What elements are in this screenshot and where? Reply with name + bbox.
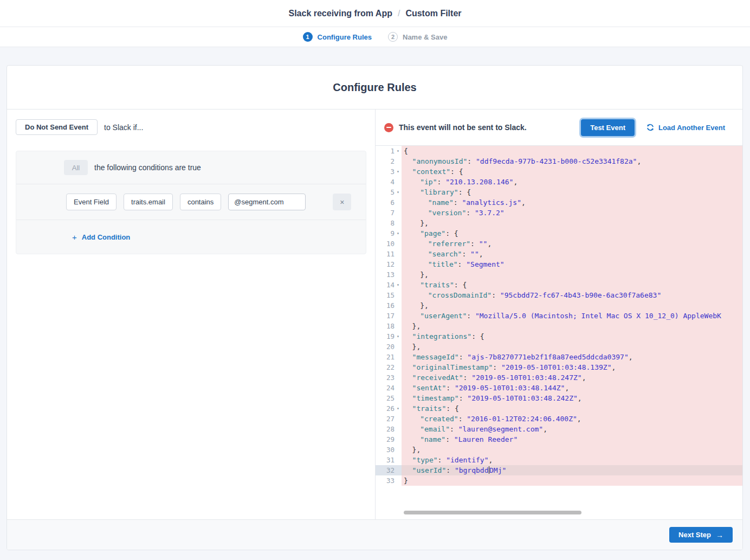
code-line[interactable]: 12"title": "Segment" xyxy=(376,259,742,269)
code-line[interactable]: 21"messageId": "ajs-7b8270771eb2f1f8a87e… xyxy=(376,352,742,362)
fold-arrow-icon[interactable]: ▾ xyxy=(395,403,402,414)
line-number: 23 xyxy=(376,372,402,383)
line-number: 8 xyxy=(376,218,402,228)
filter-action-row: Do Not Send Event to Slack if... xyxy=(16,119,366,135)
status-message: This event will not be sent to Slack. xyxy=(399,123,581,132)
refresh-icon xyxy=(646,124,654,131)
next-step-button[interactable]: Next Step → xyxy=(669,527,733,543)
line-number: 7 xyxy=(376,208,402,218)
add-condition-button[interactable]: + Add Condition xyxy=(72,233,130,241)
code-line[interactable]: 19▾"integrations": { xyxy=(376,331,742,342)
code-line[interactable]: 27"created": "2016-01-12T02:24:06.400Z", xyxy=(376,414,742,424)
line-number: 26▾ xyxy=(376,403,402,414)
code-line[interactable]: 31"type": "identify", xyxy=(376,455,742,465)
code-line[interactable]: 23"receivedAt": "2019-05-10T01:03:48.247… xyxy=(376,372,742,383)
line-number: 31 xyxy=(376,455,402,465)
line-number: 18 xyxy=(376,321,402,331)
match-mode-text: the following conditions are true xyxy=(94,163,201,172)
code-line[interactable]: 25"timestamp": "2019-05-10T01:03:48.242Z… xyxy=(376,393,742,403)
fold-arrow-icon[interactable]: ▾ xyxy=(395,228,402,239)
fold-arrow-icon[interactable]: ▾ xyxy=(395,331,402,342)
code-line[interactable]: 24"sentAt": "2019-05-10T01:03:48.144Z", xyxy=(376,383,742,393)
line-number: 33 xyxy=(376,475,402,486)
blocked-icon xyxy=(384,123,393,132)
preview-header: This event will not be sent to Slack. Te… xyxy=(376,110,742,146)
remove-condition-button[interactable]: × xyxy=(333,194,351,210)
line-number: 28 xyxy=(376,424,402,434)
fold-arrow-icon[interactable]: ▾ xyxy=(395,280,402,290)
fold-arrow-icon[interactable]: ▾ xyxy=(395,187,402,197)
fold-arrow-icon[interactable]: ▾ xyxy=(395,166,402,177)
close-icon: × xyxy=(340,198,344,207)
code-line[interactable]: 22"originalTimestamp": "2019-05-10T01:03… xyxy=(376,362,742,372)
code-line[interactable]: 33} xyxy=(376,475,742,486)
code-line[interactable]: 29"name": "Lauren Reeder" xyxy=(376,434,742,445)
code-line[interactable]: 13}, xyxy=(376,269,742,280)
code-line[interactable]: 32"userId": "bgrqbddDMj" xyxy=(376,465,742,475)
line-number: 19▾ xyxy=(376,331,402,342)
load-another-event-button[interactable]: Load Another Event xyxy=(646,124,725,132)
field-type-dropdown[interactable]: Event Field xyxy=(66,194,117,210)
code-line[interactable]: 8}, xyxy=(376,218,742,228)
step-configure-rules[interactable]: 1 Configure Rules xyxy=(303,32,372,42)
line-number: 20 xyxy=(376,342,402,352)
line-number: 21 xyxy=(376,352,402,362)
operator-dropdown[interactable]: contains xyxy=(180,194,221,210)
line-number: 4 xyxy=(376,177,402,187)
next-step-label: Next Step xyxy=(678,531,711,539)
title-bar: Slack receiving from App / Custom Filter xyxy=(0,0,750,27)
field-path-dropdown[interactable]: traits.email xyxy=(124,194,173,210)
load-another-event-label: Load Another Event xyxy=(658,124,725,132)
event-action-dropdown[interactable]: Do Not Send Event xyxy=(16,119,98,135)
step-1-label: Configure Rules xyxy=(318,33,372,41)
code-line[interactable]: 11"search": "", xyxy=(376,249,742,259)
code-line[interactable]: 10"referrer": "", xyxy=(376,239,742,249)
page-title: Configure Rules xyxy=(7,66,742,109)
code-line[interactable]: 15"crossDomainId": "95cbdd72-fc67-4b43-b… xyxy=(376,290,742,300)
breadcrumb-primary[interactable]: Slack receiving from App xyxy=(288,9,392,18)
filter-suffix-text: to Slack if... xyxy=(104,123,143,132)
code-line[interactable]: 18}, xyxy=(376,321,742,331)
line-number: 32 xyxy=(376,465,402,475)
fold-arrow-icon[interactable]: ▾ xyxy=(395,146,402,156)
code-line[interactable]: 20}, xyxy=(376,342,742,352)
code-line[interactable]: 28"email": "lauren@segment.com", xyxy=(376,424,742,434)
code-line[interactable]: 14▾"traits": { xyxy=(376,280,742,290)
code-line[interactable]: 3▾"context": { xyxy=(376,166,742,177)
filter-builder-panel: Do Not Send Event to Slack if... All the… xyxy=(7,110,376,519)
code-line[interactable]: 4"ip": "210.13.208.146", xyxy=(376,177,742,187)
conditions-box: All the following conditions are true Ev… xyxy=(16,151,366,254)
line-number: 1▾ xyxy=(376,146,402,156)
line-number: 3▾ xyxy=(376,166,402,177)
code-line[interactable]: 17"userAgent": "Mozilla/5.0 (Macintosh; … xyxy=(376,311,742,321)
code-line[interactable]: 7"version": "3.7.2" xyxy=(376,208,742,218)
arrow-right-icon: → xyxy=(716,531,723,539)
step-2-circle: 2 xyxy=(388,32,398,42)
match-mode-chip[interactable]: All xyxy=(64,160,88,175)
line-number: 22 xyxy=(376,362,402,372)
code-line[interactable]: 26▾"traits": { xyxy=(376,403,742,414)
condition-row: Event Field traits.email contains × xyxy=(16,184,366,220)
code-line[interactable]: 9▾"page": { xyxy=(376,228,742,239)
code-line[interactable]: 5▾"library": { xyxy=(376,187,742,197)
add-condition-label: Add Condition xyxy=(82,233,131,241)
code-line[interactable]: 30}, xyxy=(376,445,742,455)
code-line[interactable]: 2"anonymousId": "ddf9ecda-977b-4231-b000… xyxy=(376,156,742,166)
horizontal-scrollbar[interactable] xyxy=(404,511,581,514)
test-event-button[interactable]: Test Event xyxy=(581,119,635,136)
line-number: 14▾ xyxy=(376,280,402,290)
code-line[interactable]: 6"name": "analytics.js", xyxy=(376,197,742,208)
add-condition-row: + Add Condition xyxy=(16,220,366,254)
condition-value-input[interactable] xyxy=(228,194,306,210)
code-line[interactable]: 1▾{ xyxy=(376,146,742,156)
breadcrumb-secondary: Custom Filter xyxy=(405,9,461,18)
code-line[interactable]: 16}, xyxy=(376,300,742,311)
json-code-editor[interactable]: 1▾{2"anonymousId": "ddf9ecda-977b-4231-b… xyxy=(376,146,742,519)
line-number: 15 xyxy=(376,290,402,300)
line-number: 12 xyxy=(376,259,402,269)
panels: Do Not Send Event to Slack if... All the… xyxy=(7,109,742,519)
configure-rules-card: Configure Rules Do Not Send Event to Sla… xyxy=(7,65,743,550)
line-number: 11 xyxy=(376,249,402,259)
line-number: 24 xyxy=(376,383,402,393)
step-name-save[interactable]: 2 Name & Save xyxy=(388,32,447,42)
